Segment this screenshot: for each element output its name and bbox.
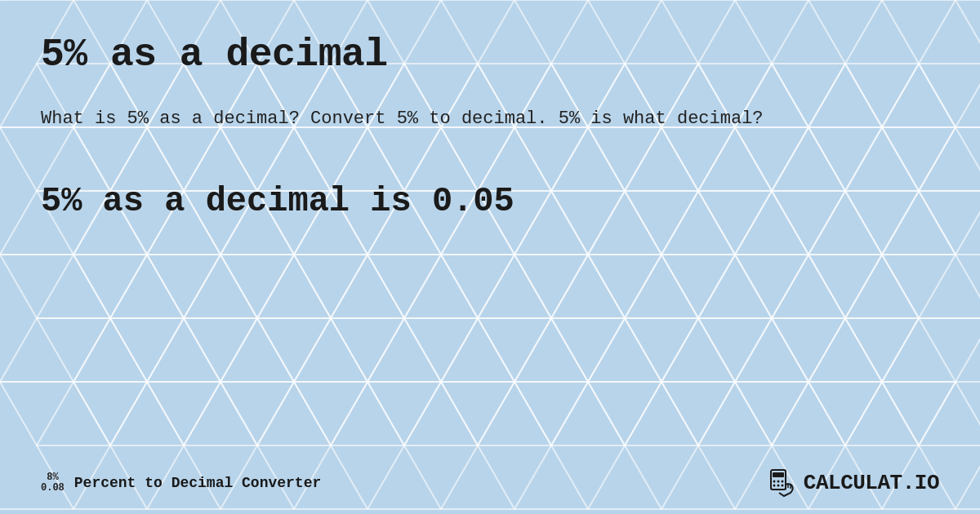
- result-text: 5% as a decimal is 0.05: [41, 182, 939, 221]
- calculator-icon: [768, 468, 797, 498]
- footer-label: Percent to Decimal Converter: [74, 475, 321, 491]
- result-section: 5% as a decimal is 0.05: [41, 182, 939, 221]
- footer-left: 8% 0.08 Percent to Decimal Converter: [41, 472, 321, 494]
- svg-point-105: [781, 485, 783, 487]
- svg-point-101: [777, 481, 779, 483]
- svg-point-100: [773, 481, 775, 483]
- svg-point-104: [777, 485, 779, 487]
- svg-point-103: [773, 485, 775, 487]
- fraction-bottom: 0.08: [41, 483, 65, 494]
- footer: 8% 0.08 Percent to Decimal Converter: [41, 468, 939, 498]
- footer-fraction: 8% 0.08: [41, 472, 65, 494]
- page-description: What is 5% as a decimal? Convert 5% to d…: [41, 105, 776, 133]
- logo-text: CALCULAT.IO: [804, 471, 939, 495]
- footer-right: CALCULAT.IO: [768, 468, 939, 498]
- svg-rect-99: [773, 472, 784, 477]
- page-title: 5% as a decimal: [41, 33, 939, 77]
- svg-point-102: [781, 481, 783, 483]
